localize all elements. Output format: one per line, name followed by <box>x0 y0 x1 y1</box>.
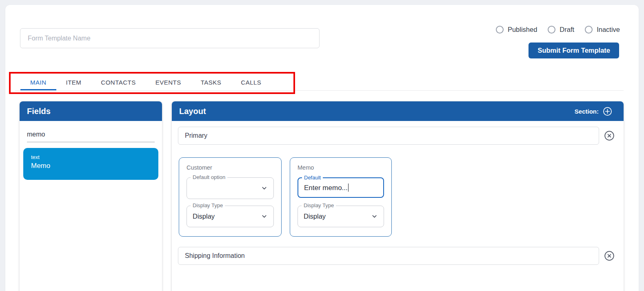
status-radio-group: Published Draft Inactive <box>496 26 620 34</box>
chevron-down-icon <box>261 213 268 220</box>
fields-panel: Fields text Memo <box>20 101 162 291</box>
radio-circle-icon[interactable] <box>548 26 555 34</box>
layout-panel-title: Layout <box>179 107 206 116</box>
layout-panel: Layout Section: <box>172 101 624 291</box>
field-item-type: text <box>31 154 158 160</box>
tab-item[interactable]: ITEM <box>56 76 91 90</box>
remove-section-button[interactable] <box>604 130 615 141</box>
layout-panel-header: Layout Section: <box>172 101 624 121</box>
chevron-down-icon <box>371 213 378 220</box>
radio-circle-icon[interactable] <box>496 26 504 34</box>
text-cursor <box>348 184 349 192</box>
x-circle-icon <box>604 251 615 261</box>
add-section-button[interactable]: Section: <box>575 107 612 116</box>
submit-form-template-button[interactable]: Submit Form Template <box>529 43 619 58</box>
input-value: Enter memo... <box>304 184 378 192</box>
select-label: Default option <box>191 174 227 181</box>
chevron-down-icon <box>261 185 268 192</box>
default-memo-input[interactable]: Default Enter memo... <box>298 177 384 198</box>
radio-circle-icon[interactable] <box>585 26 593 34</box>
default-option-select[interactable]: Default option <box>187 177 274 199</box>
input-label: Default <box>302 175 323 181</box>
radio-published-label: Published <box>508 26 537 34</box>
select-value: Display <box>193 213 261 220</box>
fields-panel-title: Fields <box>27 107 51 116</box>
radio-published[interactable]: Published <box>496 26 537 34</box>
tab-calls[interactable]: CALLS <box>231 76 271 90</box>
layout-cards-row: Customer Default option Display Type Dis… <box>179 157 624 237</box>
select-label: Display Type <box>191 202 225 209</box>
remove-section-button[interactable] <box>604 251 615 261</box>
field-item-memo[interactable]: text Memo <box>23 148 158 180</box>
field-card-title: Customer <box>187 164 274 171</box>
section-row-shipping <box>178 247 615 265</box>
section-name-input[interactable] <box>178 247 599 265</box>
layout-field-card-memo[interactable]: Memo Default Enter memo... Display Type … <box>290 157 392 237</box>
add-section-label: Section: <box>575 108 599 115</box>
display-type-select[interactable]: Display Type Display <box>187 206 274 227</box>
radio-draft-label: Draft <box>560 26 574 34</box>
plus-circle-icon[interactable] <box>603 107 612 116</box>
radio-inactive-label: Inactive <box>597 26 620 34</box>
display-type-select[interactable]: Display Type Display <box>298 206 384 227</box>
section-row-primary <box>178 127 615 145</box>
radio-inactive[interactable]: Inactive <box>585 26 620 34</box>
layout-field-card-customer[interactable]: Customer Default option Display Type Dis… <box>179 157 282 237</box>
tab-events[interactable]: EVENTS <box>146 76 191 90</box>
x-circle-icon <box>604 130 615 141</box>
field-search-input[interactable] <box>27 130 155 142</box>
select-label: Display Type <box>302 202 336 209</box>
tab-tasks[interactable]: TASKS <box>191 76 231 90</box>
fields-panel-header: Fields <box>20 101 162 121</box>
tab-main[interactable]: MAIN <box>20 76 56 90</box>
form-template-name-input[interactable] <box>20 28 320 48</box>
select-value: Display <box>304 213 371 220</box>
page: { "header": { "name_input": { "placehold… <box>0 0 644 291</box>
field-item-label: Memo <box>31 162 158 170</box>
field-card-title: Memo <box>298 164 384 171</box>
form-template-builder: Published Draft Inactive Submit Form Tem… <box>5 5 639 291</box>
section-name-input[interactable] <box>178 127 599 145</box>
tab-bar: MAIN ITEM CONTACTS EVENTS TASKS CALLS <box>15 76 624 91</box>
radio-draft[interactable]: Draft <box>548 26 574 34</box>
tab-contacts[interactable]: CONTACTS <box>91 76 145 90</box>
